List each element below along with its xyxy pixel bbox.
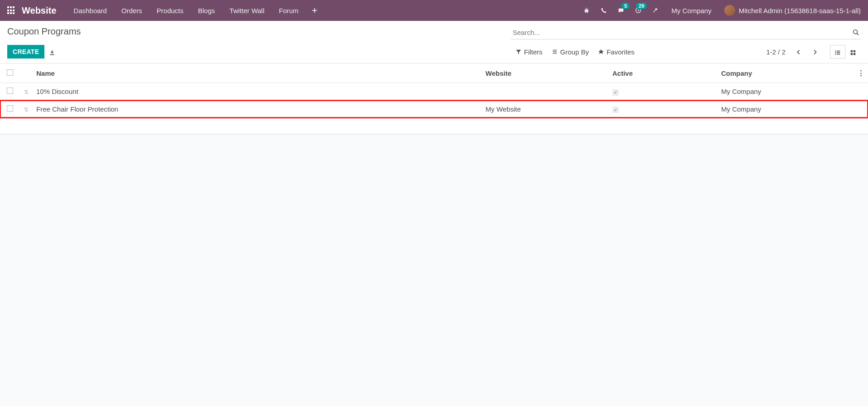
funnel-icon (515, 49, 522, 55)
kanban-view-icon (850, 49, 856, 56)
active-checkbox[interactable]: ✓ (612, 107, 619, 113)
chevron-right-icon (812, 49, 818, 55)
chevron-left-icon (795, 49, 802, 55)
svg-rect-22 (837, 54, 840, 54)
user-label: Mitchell Admin (15638618-saas-15-1-all) (739, 7, 861, 15)
groupby-button[interactable]: Group By (547, 45, 593, 59)
drag-handle-icon[interactable] (24, 89, 29, 95)
topnav: Website Dashboard Orders Products Blogs … (0, 0, 868, 21)
menu-dashboard[interactable]: Dashboard (67, 0, 113, 21)
cell-website: My Website (482, 100, 609, 118)
optional-columns-button[interactable]: ⋮ (853, 64, 868, 83)
menu-forum[interactable]: Forum (272, 0, 305, 21)
pager-next-button[interactable] (808, 46, 822, 58)
list-view-icon (834, 49, 841, 56)
pager-prev-button[interactable] (792, 46, 805, 58)
debug-button[interactable] (579, 0, 594, 21)
menu-products[interactable]: Products (150, 0, 190, 21)
phone-icon (601, 7, 607, 14)
user-menu[interactable]: Mitchell Admin (15638618-saas-15-1-all) (720, 0, 861, 21)
wrench-icon (652, 7, 659, 14)
cell-active: ✓ (609, 83, 718, 101)
view-kanban-button[interactable] (845, 45, 861, 58)
svg-line-12 (857, 33, 859, 35)
active-checkbox[interactable]: ✓ (612, 89, 619, 96)
pager-counter: 1-2 / 2 (766, 48, 786, 56)
col-header-active[interactable]: Active (609, 64, 718, 83)
favorites-button[interactable]: Favorites (593, 45, 639, 59)
svg-rect-13 (50, 54, 54, 55)
svg-line-6 (585, 9, 586, 10)
control-panel: Coupon Programs CREATE Filters Group By (0, 21, 868, 64)
table-row[interactable]: Free Chair Floor ProtectionMy Website✓My… (0, 100, 868, 118)
phone-button[interactable] (596, 0, 611, 21)
plus-icon (311, 7, 318, 14)
cell-name: 10% Discount (33, 83, 482, 101)
cell-active: ✓ (609, 100, 718, 118)
create-button[interactable]: CREATE (7, 45, 44, 59)
svg-rect-25 (851, 53, 853, 54)
messages-button[interactable]: 5 (613, 0, 629, 21)
tools-button[interactable] (648, 0, 663, 21)
search-icon (853, 29, 859, 35)
cell-company: My Company (718, 100, 853, 118)
apps-icon[interactable] (7, 6, 15, 15)
breadcrumb-title: Coupon Programs (7, 24, 81, 40)
col-header-name[interactable]: Name (33, 64, 482, 83)
avatar (724, 5, 735, 16)
col-header-website[interactable]: Website (482, 64, 609, 83)
svg-point-17 (835, 50, 836, 51)
menu-orders[interactable]: Orders (115, 0, 149, 21)
groupby-label: Group By (560, 48, 589, 56)
svg-line-8 (585, 12, 586, 13)
menu-twitter-wall[interactable]: Twitter Wall (223, 0, 271, 21)
svg-rect-23 (851, 50, 853, 52)
table-footer-row (0, 118, 868, 134)
svg-rect-26 (853, 53, 855, 54)
search-container (511, 26, 861, 39)
select-all-checkbox[interactable] (7, 69, 13, 76)
messages-badge: 5 (621, 3, 630, 9)
row-checkbox[interactable] (7, 105, 13, 112)
pager: 1-2 / 2 (766, 46, 822, 58)
svg-rect-20 (837, 52, 840, 53)
table-header-row: Name Website Active Company ⋮ (0, 64, 868, 83)
search-input[interactable] (511, 26, 861, 39)
view-switcher (830, 45, 861, 58)
company-switcher[interactable]: My Company (665, 0, 718, 21)
favorites-label: Favorites (606, 48, 635, 56)
list-view: Name Website Active Company ⋮ 10% Discou… (0, 64, 868, 134)
view-list-button[interactable] (830, 45, 845, 58)
svg-point-19 (835, 52, 836, 53)
activities-badge: 29 (636, 3, 647, 9)
svg-point-11 (853, 29, 858, 34)
cell-website (482, 83, 609, 101)
search-button[interactable] (853, 28, 859, 35)
svg-line-9 (587, 12, 588, 13)
table-row[interactable]: 10% Discount✓My Company (0, 83, 868, 101)
row-checkbox[interactable] (7, 88, 13, 94)
menu-blogs[interactable]: Blogs (192, 0, 222, 21)
svg-point-21 (835, 54, 836, 54)
cell-name: Free Chair Floor Protection (33, 100, 482, 118)
filters-button[interactable]: Filters (511, 45, 547, 59)
svg-rect-1 (312, 10, 317, 11)
svg-line-7 (587, 9, 588, 10)
download-icon (49, 49, 55, 56)
bug-icon (583, 7, 590, 14)
svg-rect-24 (853, 50, 855, 52)
col-header-company[interactable]: Company (718, 64, 853, 83)
svg-rect-18 (837, 50, 840, 51)
new-content-button[interactable] (307, 0, 322, 21)
cell-company: My Company (718, 83, 853, 101)
import-button[interactable] (44, 45, 60, 58)
empty-space (0, 134, 868, 316)
activities-button[interactable]: 29 (630, 0, 646, 21)
app-brand[interactable]: Website (22, 5, 56, 16)
star-icon (598, 49, 604, 55)
drag-handle-icon[interactable] (24, 107, 29, 113)
filters-label: Filters (524, 48, 543, 56)
list-icon (552, 49, 558, 55)
